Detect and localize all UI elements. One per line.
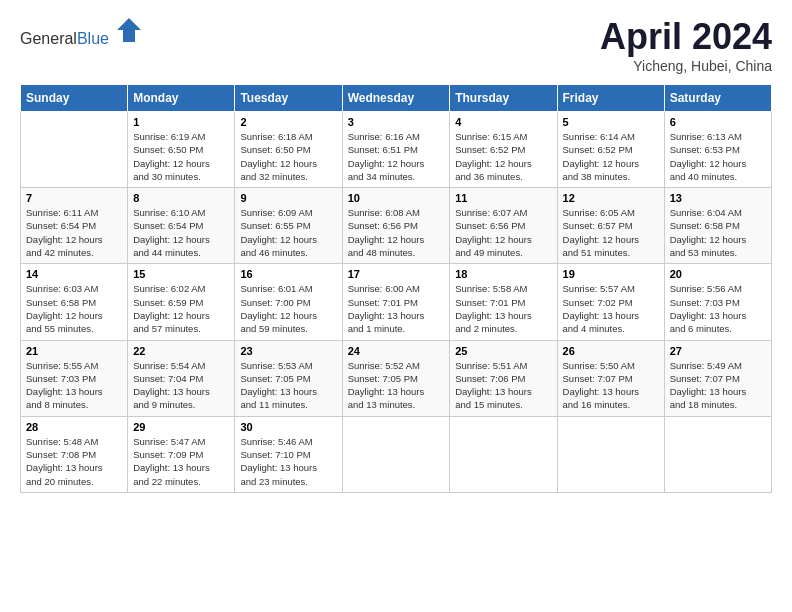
calendar-day-cell: 9Sunrise: 6:09 AM Sunset: 6:55 PM Daylig… <box>235 188 342 264</box>
calendar-day-cell: 27Sunrise: 5:49 AM Sunset: 7:07 PM Dayli… <box>664 340 771 416</box>
day-info: Sunrise: 5:50 AM Sunset: 7:07 PM Dayligh… <box>563 359 659 412</box>
day-number: 18 <box>455 268 551 280</box>
day-number: 29 <box>133 421 229 433</box>
day-number: 12 <box>563 192 659 204</box>
calendar-header-cell: Tuesday <box>235 85 342 112</box>
day-info: Sunrise: 6:13 AM Sunset: 6:53 PM Dayligh… <box>670 130 766 183</box>
day-info: Sunrise: 6:15 AM Sunset: 6:52 PM Dayligh… <box>455 130 551 183</box>
calendar-table: SundayMondayTuesdayWednesdayThursdayFrid… <box>20 84 772 493</box>
calendar-day-cell: 20Sunrise: 5:56 AM Sunset: 7:03 PM Dayli… <box>664 264 771 340</box>
day-info: Sunrise: 5:53 AM Sunset: 7:05 PM Dayligh… <box>240 359 336 412</box>
day-info: Sunrise: 6:07 AM Sunset: 6:56 PM Dayligh… <box>455 206 551 259</box>
day-number: 7 <box>26 192 122 204</box>
header: GeneralBlue April 2024 Yicheng, Hubei, C… <box>20 16 772 74</box>
calendar-day-cell: 11Sunrise: 6:07 AM Sunset: 6:56 PM Dayli… <box>450 188 557 264</box>
day-info: Sunrise: 5:55 AM Sunset: 7:03 PM Dayligh… <box>26 359 122 412</box>
day-number: 8 <box>133 192 229 204</box>
calendar-day-cell: 15Sunrise: 6:02 AM Sunset: 6:59 PM Dayli… <box>128 264 235 340</box>
calendar-day-cell <box>664 416 771 492</box>
calendar-day-cell <box>450 416 557 492</box>
day-number: 15 <box>133 268 229 280</box>
calendar-week-row: 21Sunrise: 5:55 AM Sunset: 7:03 PM Dayli… <box>21 340 772 416</box>
calendar-day-cell: 14Sunrise: 6:03 AM Sunset: 6:58 PM Dayli… <box>21 264 128 340</box>
day-number: 2 <box>240 116 336 128</box>
day-info: Sunrise: 6:11 AM Sunset: 6:54 PM Dayligh… <box>26 206 122 259</box>
day-info: Sunrise: 5:51 AM Sunset: 7:06 PM Dayligh… <box>455 359 551 412</box>
day-info: Sunrise: 6:05 AM Sunset: 6:57 PM Dayligh… <box>563 206 659 259</box>
calendar-header-cell: Monday <box>128 85 235 112</box>
month-title: April 2024 <box>600 16 772 58</box>
calendar-header-cell: Friday <box>557 85 664 112</box>
calendar-day-cell: 18Sunrise: 5:58 AM Sunset: 7:01 PM Dayli… <box>450 264 557 340</box>
calendar-body: 1Sunrise: 6:19 AM Sunset: 6:50 PM Daylig… <box>21 112 772 493</box>
calendar-day-cell: 12Sunrise: 6:05 AM Sunset: 6:57 PM Dayli… <box>557 188 664 264</box>
day-number: 30 <box>240 421 336 433</box>
title-area: April 2024 Yicheng, Hubei, China <box>600 16 772 74</box>
calendar-day-cell: 4Sunrise: 6:15 AM Sunset: 6:52 PM Daylig… <box>450 112 557 188</box>
calendar-day-cell: 28Sunrise: 5:48 AM Sunset: 7:08 PM Dayli… <box>21 416 128 492</box>
day-info: Sunrise: 6:03 AM Sunset: 6:58 PM Dayligh… <box>26 282 122 335</box>
day-info: Sunrise: 5:58 AM Sunset: 7:01 PM Dayligh… <box>455 282 551 335</box>
day-info: Sunrise: 5:48 AM Sunset: 7:08 PM Dayligh… <box>26 435 122 488</box>
calendar-day-cell <box>21 112 128 188</box>
day-info: Sunrise: 5:56 AM Sunset: 7:03 PM Dayligh… <box>670 282 766 335</box>
day-info: Sunrise: 6:00 AM Sunset: 7:01 PM Dayligh… <box>348 282 445 335</box>
calendar-header-cell: Wednesday <box>342 85 450 112</box>
day-info: Sunrise: 5:54 AM Sunset: 7:04 PM Dayligh… <box>133 359 229 412</box>
calendar-header-cell: Thursday <box>450 85 557 112</box>
day-info: Sunrise: 6:19 AM Sunset: 6:50 PM Dayligh… <box>133 130 229 183</box>
day-number: 9 <box>240 192 336 204</box>
day-info: Sunrise: 6:02 AM Sunset: 6:59 PM Dayligh… <box>133 282 229 335</box>
day-number: 27 <box>670 345 766 357</box>
logo-general: General <box>20 30 77 47</box>
day-number: 26 <box>563 345 659 357</box>
calendar-day-cell: 29Sunrise: 5:47 AM Sunset: 7:09 PM Dayli… <box>128 416 235 492</box>
day-number: 24 <box>348 345 445 357</box>
location-subtitle: Yicheng, Hubei, China <box>600 58 772 74</box>
day-number: 5 <box>563 116 659 128</box>
calendar-day-cell: 8Sunrise: 6:10 AM Sunset: 6:54 PM Daylig… <box>128 188 235 264</box>
day-info: Sunrise: 6:18 AM Sunset: 6:50 PM Dayligh… <box>240 130 336 183</box>
calendar-day-cell: 22Sunrise: 5:54 AM Sunset: 7:04 PM Dayli… <box>128 340 235 416</box>
day-info: Sunrise: 6:08 AM Sunset: 6:56 PM Dayligh… <box>348 206 445 259</box>
calendar-day-cell: 23Sunrise: 5:53 AM Sunset: 7:05 PM Dayli… <box>235 340 342 416</box>
day-number: 10 <box>348 192 445 204</box>
calendar-day-cell: 5Sunrise: 6:14 AM Sunset: 6:52 PM Daylig… <box>557 112 664 188</box>
day-info: Sunrise: 5:47 AM Sunset: 7:09 PM Dayligh… <box>133 435 229 488</box>
day-info: Sunrise: 5:52 AM Sunset: 7:05 PM Dayligh… <box>348 359 445 412</box>
day-info: Sunrise: 5:57 AM Sunset: 7:02 PM Dayligh… <box>563 282 659 335</box>
logo-blue: Blue <box>77 30 109 47</box>
calendar-day-cell <box>557 416 664 492</box>
calendar-day-cell: 26Sunrise: 5:50 AM Sunset: 7:07 PM Dayli… <box>557 340 664 416</box>
calendar-header-row: SundayMondayTuesdayWednesdayThursdayFrid… <box>21 85 772 112</box>
calendar-day-cell: 21Sunrise: 5:55 AM Sunset: 7:03 PM Dayli… <box>21 340 128 416</box>
calendar-day-cell: 10Sunrise: 6:08 AM Sunset: 6:56 PM Dayli… <box>342 188 450 264</box>
day-number: 21 <box>26 345 122 357</box>
svg-marker-0 <box>117 18 141 42</box>
day-info: Sunrise: 6:04 AM Sunset: 6:58 PM Dayligh… <box>670 206 766 259</box>
calendar-day-cell: 24Sunrise: 5:52 AM Sunset: 7:05 PM Dayli… <box>342 340 450 416</box>
calendar-week-row: 1Sunrise: 6:19 AM Sunset: 6:50 PM Daylig… <box>21 112 772 188</box>
day-number: 4 <box>455 116 551 128</box>
calendar-day-cell: 17Sunrise: 6:00 AM Sunset: 7:01 PM Dayli… <box>342 264 450 340</box>
day-info: Sunrise: 6:16 AM Sunset: 6:51 PM Dayligh… <box>348 130 445 183</box>
day-number: 14 <box>26 268 122 280</box>
calendar-day-cell: 19Sunrise: 5:57 AM Sunset: 7:02 PM Dayli… <box>557 264 664 340</box>
day-info: Sunrise: 6:10 AM Sunset: 6:54 PM Dayligh… <box>133 206 229 259</box>
day-number: 19 <box>563 268 659 280</box>
logo: GeneralBlue <box>20 16 143 48</box>
day-info: Sunrise: 6:14 AM Sunset: 6:52 PM Dayligh… <box>563 130 659 183</box>
calendar-week-row: 28Sunrise: 5:48 AM Sunset: 7:08 PM Dayli… <box>21 416 772 492</box>
day-info: Sunrise: 5:49 AM Sunset: 7:07 PM Dayligh… <box>670 359 766 412</box>
day-number: 22 <box>133 345 229 357</box>
day-number: 16 <box>240 268 336 280</box>
day-number: 28 <box>26 421 122 433</box>
calendar-day-cell: 3Sunrise: 6:16 AM Sunset: 6:51 PM Daylig… <box>342 112 450 188</box>
day-info: Sunrise: 6:09 AM Sunset: 6:55 PM Dayligh… <box>240 206 336 259</box>
day-number: 23 <box>240 345 336 357</box>
calendar-header-cell: Saturday <box>664 85 771 112</box>
day-number: 11 <box>455 192 551 204</box>
calendar-day-cell: 25Sunrise: 5:51 AM Sunset: 7:06 PM Dayli… <box>450 340 557 416</box>
calendar-day-cell: 2Sunrise: 6:18 AM Sunset: 6:50 PM Daylig… <box>235 112 342 188</box>
calendar-day-cell: 13Sunrise: 6:04 AM Sunset: 6:58 PM Dayli… <box>664 188 771 264</box>
